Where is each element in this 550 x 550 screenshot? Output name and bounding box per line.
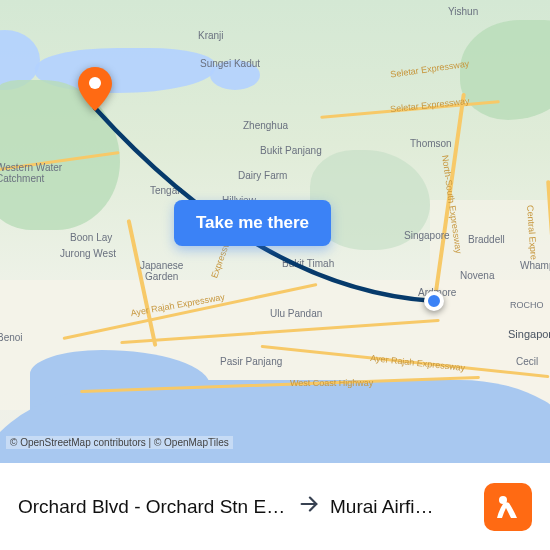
moovit-logo-icon[interactable] [484, 483, 532, 531]
map-label: Yishun [448, 6, 478, 17]
road [320, 100, 500, 119]
map-canvas[interactable]: Kranji Sungei Kadut Yishun Seletar Expre… [0, 0, 550, 480]
map-label: Boon Lay [70, 232, 112, 243]
route-text: Orchard Blvd - Orchard Stn Exit 13 (0… M… [18, 493, 476, 520]
map-attribution: © OpenStreetMap contributors | © OpenMap… [6, 436, 233, 449]
map-label: Bukit Panjang [260, 145, 322, 156]
map-label: Japanese Garden [140, 260, 183, 282]
map-label: Jurong West [60, 248, 116, 259]
origin-marker-icon[interactable] [424, 291, 444, 311]
route-summary-bar: Orchard Blvd - Orchard Stn Exit 13 (0… M… [0, 463, 550, 550]
arrow-right-icon [298, 493, 320, 520]
map-label: Kranji [198, 30, 224, 41]
route-to-label: Murai Airfi… [330, 496, 433, 518]
map-label: Zhenghua [243, 120, 288, 131]
destination-marker-icon[interactable] [78, 67, 112, 115]
water-shape [210, 60, 260, 90]
map-label: Bukit Timah [282, 258, 334, 269]
map-label: Seletar Expressway [390, 59, 470, 80]
map-label: Tengah [150, 185, 183, 196]
map-label: Dairy Farm [238, 170, 287, 181]
take-me-there-button[interactable]: Take me there [174, 200, 331, 246]
svg-point-0 [89, 77, 101, 89]
route-from-label: Orchard Blvd - Orchard Stn Exit 13 (0… [18, 496, 288, 518]
map-label: Thomson [410, 138, 452, 149]
